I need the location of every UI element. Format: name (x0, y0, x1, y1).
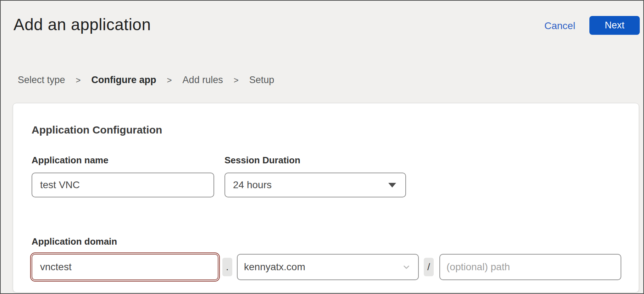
breadcrumb-separator: > (76, 75, 81, 85)
cancel-button[interactable]: Cancel (544, 20, 575, 32)
next-button[interactable]: Next (589, 16, 640, 35)
path-input[interactable] (439, 254, 621, 280)
breadcrumb: Select type > Configure app > Add rules … (18, 75, 274, 86)
breadcrumb-step-add-rules[interactable]: Add rules (183, 75, 223, 86)
domain-select-value: kennyatx.com (244, 261, 305, 273)
application-configuration-card: Application Configuration Application na… (13, 103, 639, 293)
card-heading: Application Configuration (32, 124, 162, 136)
chevron-down-icon (402, 262, 411, 272)
application-name-input[interactable] (32, 173, 214, 197)
domain-dot-separator: . (222, 258, 232, 276)
application-subdomain-input[interactable] (32, 254, 218, 280)
application-domain-label: Application domain (32, 236, 117, 247)
path-slash-separator: / (424, 258, 434, 276)
breadcrumb-separator: > (234, 75, 239, 85)
add-application-page: Add an application Cancel Next Select ty… (0, 0, 644, 294)
breadcrumb-step-configure-app[interactable]: Configure app (91, 75, 156, 86)
dropdown-caret-icon (388, 183, 396, 187)
breadcrumb-step-setup[interactable]: Setup (249, 75, 274, 86)
session-duration-label: Session Duration (224, 155, 300, 166)
application-name-label: Application name (32, 155, 109, 166)
session-duration-value: 24 hours (233, 179, 272, 191)
breadcrumb-step-select-type[interactable]: Select type (18, 75, 65, 86)
session-duration-select[interactable]: 24 hours (224, 173, 406, 197)
page-title: Add an application (13, 15, 151, 34)
domain-select[interactable]: kennyatx.com (237, 254, 419, 280)
breadcrumb-separator: > (167, 75, 172, 85)
